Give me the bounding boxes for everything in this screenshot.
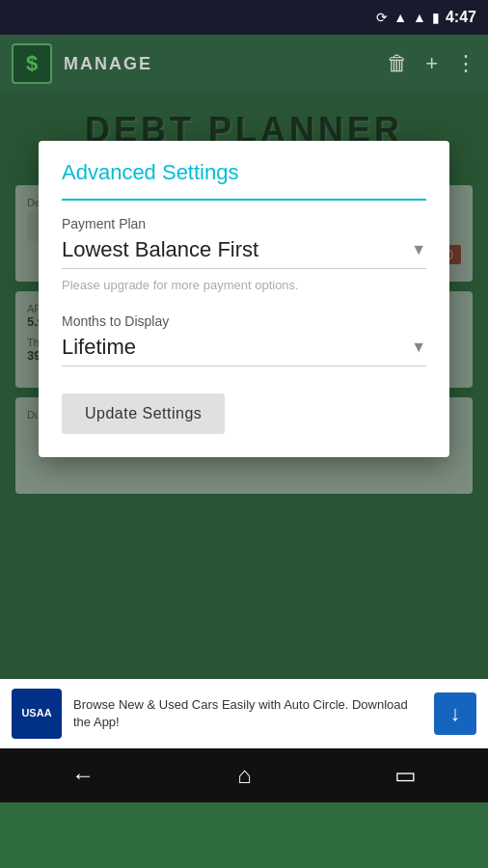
app-bar-actions: 🗑 + ⋮ (387, 51, 476, 76)
delete-icon[interactable]: 🗑 (387, 51, 408, 76)
wifi-icon: ▲ (393, 10, 407, 25)
nav-bar: ← ⌂ ▭ (0, 748, 488, 802)
background-content: DEBT PLANNER www.kickinglettuce.com De 0… (0, 93, 488, 679)
advanced-settings-dialog: Advanced Settings Payment Plan Lowest Ba… (39, 141, 449, 457)
months-label: Months to Display (62, 313, 426, 329)
ad-logo: USAA (12, 689, 62, 739)
payment-plan-arrow-icon: ▼ (411, 241, 426, 258)
status-time: 4:47 (446, 9, 476, 26)
ad-banner: USAA Browse New & Used Cars Easily with … (0, 679, 488, 748)
months-arrow-icon: ▼ (411, 339, 426, 356)
signal-icon: ▲ (413, 10, 426, 25)
months-value: Lifetime (62, 335, 136, 360)
recents-button[interactable]: ▭ (394, 762, 417, 789)
app-logo: $ (12, 43, 52, 84)
payment-plan-value: Lowest Balance First (62, 237, 258, 262)
download-icon: ↓ (450, 701, 461, 726)
ad-logo-text: USAA (21, 707, 51, 719)
app-title: MANAGE (64, 54, 375, 74)
back-button[interactable]: ← (71, 762, 95, 789)
add-icon[interactable]: + (425, 51, 438, 76)
logo-symbol: $ (26, 51, 38, 76)
months-dropdown[interactable]: Lifetime ▼ (62, 335, 426, 366)
payment-plan-label: Payment Plan (62, 216, 426, 231)
update-settings-button[interactable]: Update Settings (62, 393, 225, 434)
ad-text: Browse New & Used Cars Easily with Auto … (73, 696, 422, 731)
dialog-title: Advanced Settings (39, 141, 449, 199)
more-icon[interactable]: ⋮ (455, 51, 476, 76)
ad-download-button[interactable]: ↓ (434, 692, 476, 735)
payment-plan-dropdown[interactable]: Lowest Balance First ▼ (62, 237, 426, 269)
home-button[interactable]: ⌂ (237, 762, 252, 789)
battery-icon: ▮ (432, 10, 440, 25)
rotate-icon: ⟳ (376, 10, 388, 25)
app-bar: $ MANAGE 🗑 + ⋮ (0, 35, 488, 93)
payment-plan-helper: Please upgrade for more payment options. (62, 277, 426, 294)
status-bar: ⟳ ▲ ▲ ▮ 4:47 (0, 0, 488, 35)
dialog-body: Payment Plan Lowest Balance First ▼ Plea… (39, 201, 449, 457)
status-icons: ⟳ ▲ ▲ ▮ 4:47 (376, 9, 476, 26)
